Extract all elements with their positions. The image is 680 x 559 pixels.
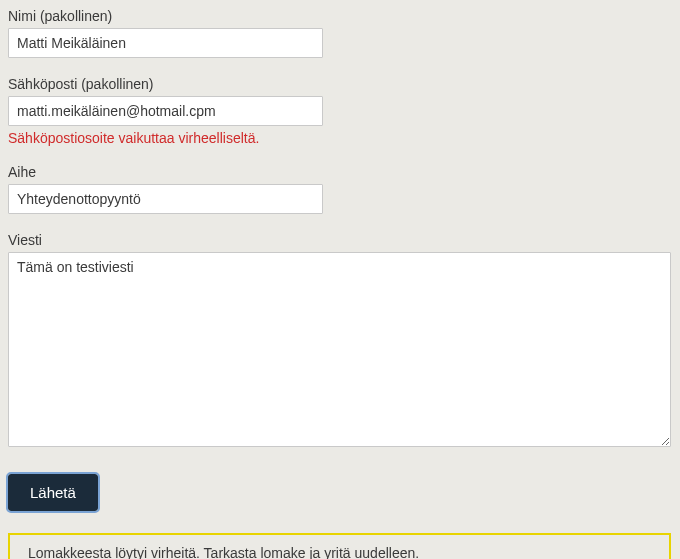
subject-input[interactable] (8, 184, 323, 214)
form-error-banner: Lomakkeesta löytyi virheitä. Tarkasta lo… (8, 533, 671, 559)
name-input[interactable] (8, 28, 323, 58)
email-label: Sähköposti (pakollinen) (8, 76, 672, 92)
submit-button[interactable]: Lähetä (8, 474, 98, 511)
message-label: Viesti (8, 232, 672, 248)
name-field: Nimi (pakollinen) (8, 8, 672, 58)
subject-label: Aihe (8, 164, 672, 180)
subject-field: Aihe (8, 164, 672, 214)
name-label: Nimi (pakollinen) (8, 8, 672, 24)
email-field: Sähköposti (pakollinen) Sähköpostiosoite… (8, 76, 672, 146)
message-textarea[interactable] (8, 252, 671, 447)
message-field: Viesti (8, 232, 672, 450)
email-input[interactable] (8, 96, 323, 126)
email-error-text: Sähköpostiosoite vaikuttaa virheelliselt… (8, 130, 672, 146)
